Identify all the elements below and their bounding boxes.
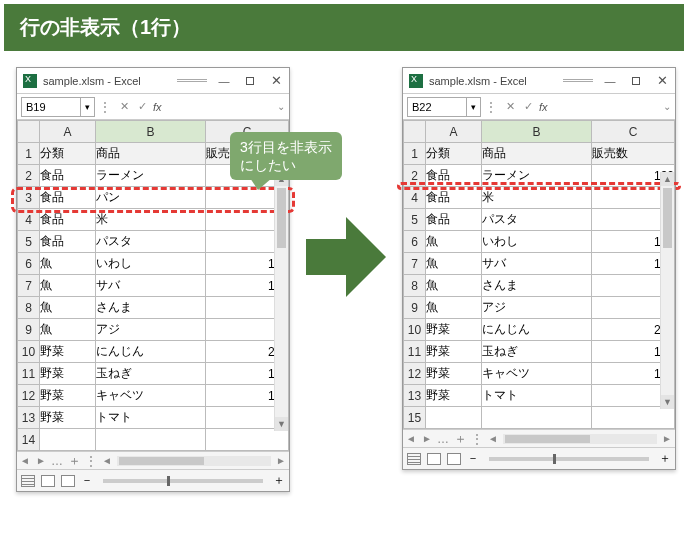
row-header[interactable]: 7 — [404, 253, 426, 275]
cell[interactable] — [482, 407, 592, 429]
cell[interactable]: いわし — [96, 253, 206, 275]
cell[interactable] — [40, 429, 96, 451]
row-header[interactable]: 12 — [404, 363, 426, 385]
cell[interactable]: いわし — [482, 231, 592, 253]
minimize-button[interactable]: — — [211, 72, 237, 90]
cell[interactable]: 食品 — [426, 187, 482, 209]
row-header[interactable]: 5 — [18, 231, 40, 253]
accept-formula-icon[interactable]: ✓ — [520, 99, 536, 115]
cell[interactable]: トマト — [482, 385, 592, 407]
cell[interactable]: 野菜 — [40, 385, 96, 407]
sheet-next-icon[interactable]: ► — [33, 455, 49, 466]
cell[interactable]: 野菜 — [40, 363, 96, 385]
scroll-down-icon[interactable]: ▼ — [275, 417, 288, 431]
cell[interactable]: サバ — [96, 275, 206, 297]
row-header[interactable]: 15 — [404, 407, 426, 429]
fx-icon[interactable]: fx — [539, 101, 548, 113]
name-box[interactable]: B19 — [21, 97, 81, 117]
sheet-tabs-icon[interactable]: … — [437, 432, 449, 446]
cell[interactable]: にんじん — [482, 319, 592, 341]
zoom-slider[interactable] — [489, 457, 649, 461]
row-header[interactable]: 4 — [18, 209, 40, 231]
row-header[interactable]: 13 — [18, 407, 40, 429]
cell[interactable]: さんま — [96, 297, 206, 319]
zoom-in-icon[interactable]: ＋ — [273, 472, 285, 489]
col-header-B[interactable]: B — [482, 121, 592, 143]
row-header[interactable]: 4 — [404, 187, 426, 209]
row-header[interactable]: 2 — [18, 165, 40, 187]
col-header-C[interactable]: C — [591, 121, 674, 143]
cell[interactable]: 魚 — [40, 253, 96, 275]
formula-bar-expand-icon[interactable]: ⌄ — [663, 101, 671, 112]
sheet-next-icon[interactable]: ► — [419, 433, 435, 444]
row-header[interactable]: 5 — [404, 209, 426, 231]
fx-icon[interactable]: fx — [153, 101, 162, 113]
normal-view-icon[interactable] — [21, 475, 35, 487]
row-header[interactable]: 6 — [18, 253, 40, 275]
cell[interactable]: 野菜 — [426, 385, 482, 407]
page-layout-view-icon[interactable] — [41, 475, 55, 487]
cell[interactable]: 魚 — [40, 319, 96, 341]
row-header[interactable]: 10 — [18, 341, 40, 363]
cell[interactable]: 商品 — [482, 143, 592, 165]
cell[interactable]: 玉ねぎ — [96, 363, 206, 385]
page-layout-view-icon[interactable] — [427, 453, 441, 465]
cell[interactable]: 販売数 — [591, 143, 674, 165]
row-header[interactable]: 9 — [18, 319, 40, 341]
hscroll-left-icon[interactable]: ◄ — [485, 433, 501, 444]
vertical-scrollbar[interactable]: ▲ ▼ — [274, 172, 288, 431]
hscroll-left-icon[interactable]: ◄ — [99, 455, 115, 466]
horizontal-scrollbar[interactable] — [117, 456, 271, 466]
hscroll-right-icon[interactable]: ► — [273, 455, 289, 466]
col-header-A[interactable]: A — [40, 121, 96, 143]
cell[interactable]: にんじん — [96, 341, 206, 363]
row-header[interactable]: 6 — [404, 231, 426, 253]
select-all-corner[interactable] — [404, 121, 426, 143]
scroll-up-icon[interactable]: ▲ — [661, 172, 674, 186]
cell[interactable]: 米 — [96, 209, 206, 231]
spreadsheet-grid[interactable]: A B C 1 分類 商品 販売数 2食品ラーメン1304食品米605食品パスタ… — [403, 120, 675, 429]
cell[interactable] — [205, 429, 288, 451]
maximize-button[interactable] — [623, 72, 649, 90]
col-header-B[interactable]: B — [96, 121, 206, 143]
row-header[interactable]: 9 — [404, 297, 426, 319]
cell[interactable]: 食品 — [40, 165, 96, 187]
cell[interactable]: 魚 — [40, 275, 96, 297]
cell[interactable]: 魚 — [426, 231, 482, 253]
name-box-chevron-icon[interactable]: ▾ — [81, 97, 95, 117]
zoom-out-icon[interactable]: － — [81, 472, 93, 489]
cell[interactable]: アジ — [482, 297, 592, 319]
cell[interactable]: トマト — [96, 407, 206, 429]
cell[interactable]: ラーメン — [482, 165, 592, 187]
cell[interactable]: 食品 — [426, 209, 482, 231]
scroll-down-icon[interactable]: ▼ — [661, 395, 674, 409]
name-box-chevron-icon[interactable]: ▾ — [467, 97, 481, 117]
row-header[interactable]: 1 — [18, 143, 40, 165]
cell[interactable]: 野菜 — [40, 341, 96, 363]
zoom-slider[interactable] — [103, 479, 263, 483]
cell[interactable]: 魚 — [426, 275, 482, 297]
cell[interactable]: 商品 — [96, 143, 206, 165]
row-header[interactable]: 13 — [404, 385, 426, 407]
row-header[interactable]: 2 — [404, 165, 426, 187]
row-header[interactable]: 8 — [18, 297, 40, 319]
row-header[interactable]: 3 — [18, 187, 40, 209]
cell[interactable]: 玉ねぎ — [482, 341, 592, 363]
row-header[interactable]: 8 — [404, 275, 426, 297]
vertical-scrollbar[interactable]: ▲ ▼ — [660, 172, 674, 409]
cancel-formula-icon[interactable]: ✕ — [116, 99, 132, 115]
normal-view-icon[interactable] — [407, 453, 421, 465]
cell[interactable]: 魚 — [426, 297, 482, 319]
cell[interactable]: 野菜 — [426, 363, 482, 385]
cell[interactable]: 魚 — [426, 253, 482, 275]
cell[interactable]: 分類 — [40, 143, 96, 165]
cell[interactable] — [426, 407, 482, 429]
row-header[interactable]: 14 — [18, 429, 40, 451]
row-header[interactable]: 11 — [18, 363, 40, 385]
cell[interactable]: 野菜 — [426, 341, 482, 363]
cell[interactable]: パスタ — [96, 231, 206, 253]
name-box[interactable]: B22 — [407, 97, 467, 117]
zoom-out-icon[interactable]: － — [467, 450, 479, 467]
accept-formula-icon[interactable]: ✓ — [134, 99, 150, 115]
cell[interactable]: 食品 — [40, 187, 96, 209]
